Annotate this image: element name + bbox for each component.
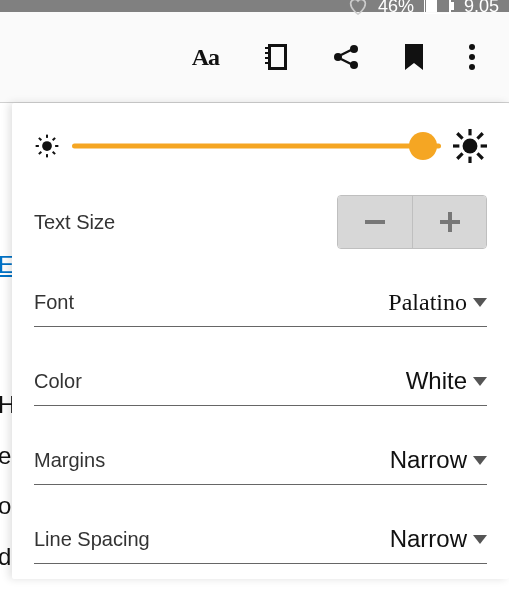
svg-line-32 xyxy=(477,153,482,158)
svg-point-17 xyxy=(42,141,52,151)
svg-rect-5 xyxy=(265,47,269,49)
svg-rect-1 xyxy=(426,0,437,12)
font-label: Font xyxy=(34,291,74,314)
line-spacing-label: Line Spacing xyxy=(34,528,150,551)
svg-rect-4 xyxy=(271,47,284,67)
text-size-row: Text Size xyxy=(12,181,509,249)
color-row[interactable]: Color White xyxy=(12,357,509,406)
status-bar: 46% 9.05 xyxy=(0,0,509,12)
margins-row[interactable]: Margins Narrow xyxy=(12,436,509,485)
font-row[interactable]: Font Palatino xyxy=(12,279,509,327)
svg-line-31 xyxy=(457,133,462,138)
line-spacing-value: Narrow xyxy=(390,525,467,553)
text-size-increase-button[interactable] xyxy=(412,196,486,248)
svg-line-12 xyxy=(341,50,351,55)
svg-rect-7 xyxy=(265,57,269,59)
line-spacing-row[interactable]: Line Spacing Narrow xyxy=(12,515,509,564)
overflow-icon[interactable] xyxy=(469,44,475,70)
brightness-low-icon xyxy=(34,133,60,159)
svg-rect-8 xyxy=(265,62,269,64)
chevron-down-icon xyxy=(473,298,487,307)
svg-line-25 xyxy=(53,138,55,140)
text-size-decrease-button[interactable] xyxy=(338,196,412,248)
chevron-down-icon xyxy=(473,377,487,386)
svg-point-11 xyxy=(350,61,358,69)
svg-point-9 xyxy=(350,45,358,53)
font-value: Palatino xyxy=(388,289,467,316)
reader-toolbar: Aa xyxy=(0,12,509,103)
notebook-icon[interactable] xyxy=(265,44,287,70)
brightness-thumb[interactable] xyxy=(409,132,437,160)
heart-icon xyxy=(348,0,368,15)
clock: 9.05 xyxy=(464,0,499,17)
battery-icon xyxy=(424,0,454,14)
plus-icon xyxy=(437,209,463,235)
brightness-high-icon xyxy=(453,129,487,163)
chevron-down-icon xyxy=(473,535,487,544)
svg-point-26 xyxy=(463,139,478,154)
svg-rect-35 xyxy=(365,220,385,224)
margins-label: Margins xyxy=(34,449,105,472)
color-label: Color xyxy=(34,370,82,393)
minus-icon xyxy=(362,209,388,235)
svg-point-15 xyxy=(469,54,475,60)
svg-line-24 xyxy=(39,152,41,154)
svg-line-23 xyxy=(53,152,55,154)
text-settings-button[interactable]: Aa xyxy=(192,44,219,71)
color-value: White xyxy=(406,367,467,395)
display-settings-panel: Text Size Font Palatino xyxy=(12,103,509,579)
battery-percent: 46% xyxy=(378,0,414,17)
svg-line-34 xyxy=(477,133,482,138)
brightness-slider[interactable] xyxy=(72,132,441,160)
svg-point-14 xyxy=(469,44,475,50)
text-size-label: Text Size xyxy=(34,211,115,234)
margins-value: Narrow xyxy=(390,446,467,474)
svg-line-13 xyxy=(341,59,351,64)
svg-rect-2 xyxy=(451,2,454,10)
text-size-stepper xyxy=(337,195,487,249)
svg-line-33 xyxy=(457,153,462,158)
bookmark-icon[interactable] xyxy=(405,44,423,70)
brightness-row xyxy=(12,103,509,181)
chevron-down-icon xyxy=(473,456,487,465)
share-icon[interactable] xyxy=(333,44,359,70)
svg-line-22 xyxy=(39,138,41,140)
svg-rect-6 xyxy=(265,52,269,54)
svg-point-16 xyxy=(469,64,475,70)
svg-rect-37 xyxy=(448,212,452,232)
